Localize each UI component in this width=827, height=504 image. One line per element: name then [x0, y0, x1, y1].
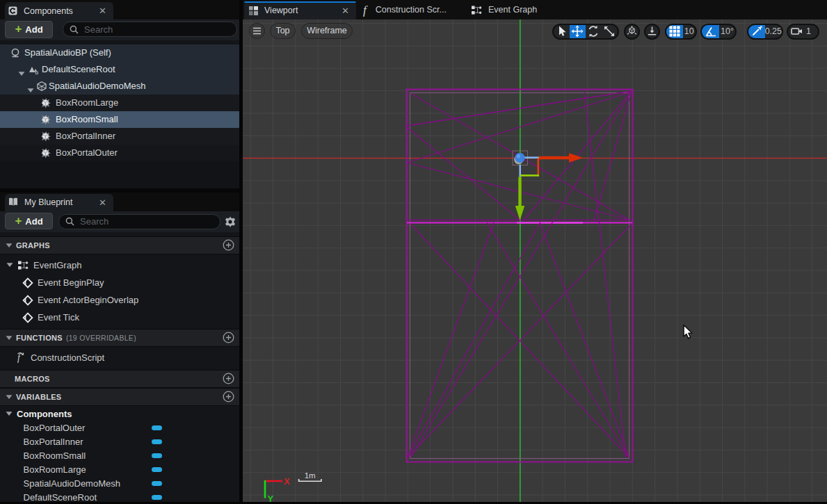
- svg-text:1m: 1m: [305, 471, 316, 480]
- svg-text:X: X: [284, 476, 290, 487]
